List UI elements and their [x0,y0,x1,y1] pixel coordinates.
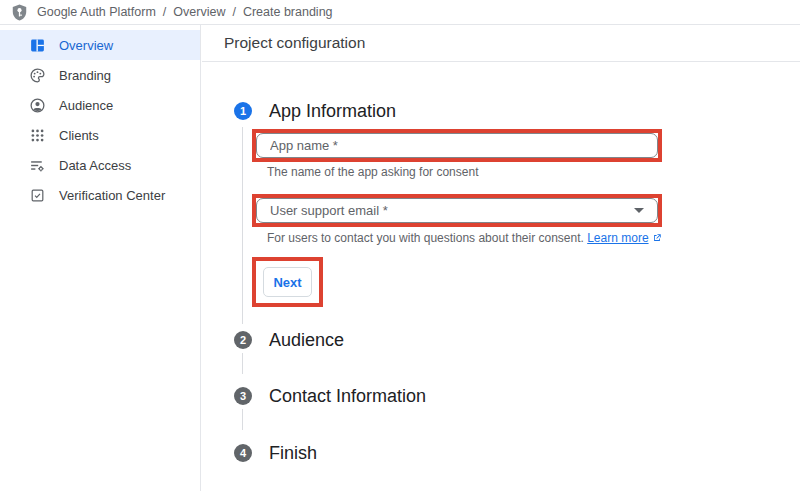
sidebar-item-data-access[interactable]: Data Access [0,150,200,180]
step-number-badge: 1 [234,102,252,120]
breadcrumb-separator: / [232,5,235,19]
step-app-information: 1 App Information [234,101,396,121]
breadcrumb-item-platform[interactable]: Google Auth Platform [37,5,156,19]
sidebar-item-label: Clients [59,128,99,143]
step-number-badge: 4 [234,444,252,462]
annotation-box-support-email: User support email * [252,194,662,227]
sidebar-item-overview[interactable]: Overview [0,30,200,60]
checkbox-check-icon [28,186,46,204]
breadcrumb-item-overview[interactable]: Overview [173,5,225,19]
step-title: App Information [269,101,396,122]
sidebar-item-audience[interactable]: Audience [0,90,200,120]
sidebar-item-label: Overview [59,38,113,53]
breadcrumb-separator: / [163,5,166,19]
sidebar-item-label: Branding [59,68,111,83]
breadcrumb-bar: Google Auth Platform / Overview / Create… [0,0,800,25]
annotation-box-next: Next [252,257,323,307]
support-email-placeholder: User support email * [270,203,388,218]
shield-key-icon [10,3,29,22]
google-auth-platform-page: Google Auth Platform / Overview / Create… [0,0,800,491]
step-connector [242,353,243,374]
sidebar-item-branding[interactable]: Branding [0,60,200,90]
step-contact-information: 3 Contact Information [234,386,426,406]
breadcrumb-item-create-branding[interactable]: Create branding [243,5,333,19]
step-connector [242,127,243,324]
page-title-text: Project configuration [224,34,365,52]
step-title: Finish [269,443,317,464]
person-icon [28,96,46,114]
external-link-icon [652,232,662,246]
step-number-badge: 2 [234,331,252,349]
app-name-helper-text: The name of the app asking for consent [267,165,478,179]
dashboard-icon [28,36,46,54]
sidebar-nav: Overview Branding [0,25,201,491]
chevron-down-icon [634,208,644,213]
support-email-select[interactable]: User support email * [256,198,658,223]
step-title: Contact Information [269,386,426,407]
step-audience: 2 Audience [234,330,344,350]
sidebar-item-label: Data Access [59,158,131,173]
step-connector [242,409,243,430]
list-gear-icon [28,156,46,174]
breadcrumb: Google Auth Platform / Overview / Create… [37,5,333,19]
apps-grid-icon [28,126,46,144]
step-title: Audience [269,330,344,351]
sidebar-item-label: Audience [59,98,113,113]
step-number-badge: 3 [234,387,252,405]
sidebar-item-clients[interactable]: Clients [0,120,200,150]
sidebar-item-label: Verification Center [59,188,165,203]
learn-more-link[interactable]: Learn more [587,231,648,245]
step-finish: 4 Finish [234,443,317,463]
support-email-helper-text: For users to contact you with questions … [267,231,662,246]
sidebar-item-verification-center[interactable]: Verification Center [0,180,200,210]
next-button[interactable]: Next [263,267,312,297]
palette-icon [28,66,46,84]
support-email-helper: For users to contact you with questions … [267,231,584,245]
app-name-input[interactable] [256,133,658,158]
annotation-box-app-name [252,129,662,162]
page-title: Project configuration [202,25,800,62]
